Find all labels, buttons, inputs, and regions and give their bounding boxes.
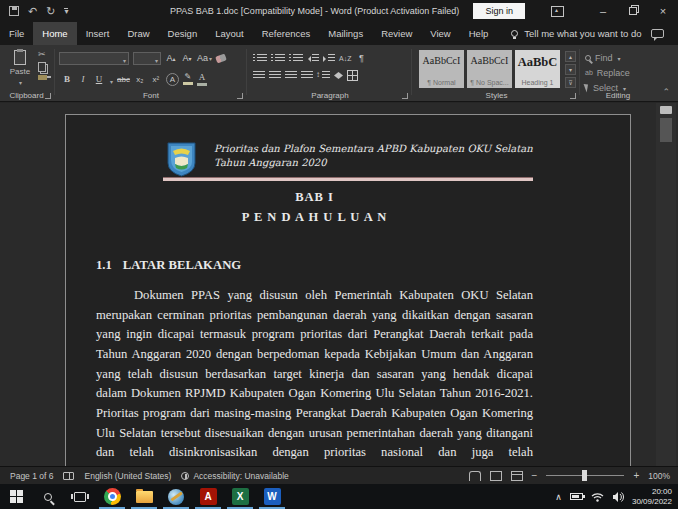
restore-button[interactable] [618, 0, 648, 22]
zoom-level[interactable]: 100% [648, 471, 670, 481]
sort-button[interactable]: A↓Z [339, 55, 351, 62]
increase-indent-button[interactable] [323, 54, 335, 63]
zoom-slider[interactable] [546, 475, 624, 476]
taskbar-acrobat[interactable] [192, 484, 224, 509]
tab-mailings[interactable]: Mailings [319, 22, 372, 45]
tab-view[interactable]: View [421, 22, 459, 45]
format-painter-button[interactable] [38, 75, 47, 80]
zoom-in-button[interactable]: + [633, 470, 639, 481]
tab-file[interactable]: File [0, 22, 33, 45]
zoom-slider-thumb[interactable] [582, 470, 587, 481]
align-center-button[interactable] [269, 71, 281, 80]
taskbar-search-button[interactable] [32, 484, 64, 509]
save-icon[interactable] [9, 6, 19, 16]
web-layout-button[interactable] [511, 471, 523, 481]
customize-quick-access-icon[interactable]: ▾ [64, 8, 68, 15]
font-name-combobox[interactable] [59, 52, 129, 65]
cut-button[interactable]: ✂ [38, 49, 47, 59]
language-indicator[interactable]: English (United States) [84, 471, 171, 481]
font-size-combobox[interactable] [133, 52, 161, 65]
ribbon-display-options-icon[interactable] [551, 6, 564, 17]
task-view-button[interactable] [64, 484, 96, 509]
body-paragraph[interactable]: Dokumen PPAS yang disusun oleh Pemerinta… [96, 286, 533, 466]
wifi-icon[interactable] [591, 492, 604, 502]
styles-dialog-launcher-icon[interactable] [570, 93, 576, 99]
style-heading-1[interactable]: AaBbC Heading 1 [515, 50, 560, 88]
style-normal[interactable]: AaBbCcI ¶ Normal [419, 50, 464, 88]
styles-more-icon[interactable]: ⊽ [565, 77, 576, 88]
comments-icon[interactable] [651, 29, 664, 38]
style-no-spacing[interactable]: AaBbCcI ¶ No Spac... [467, 50, 512, 88]
grow-font-button[interactable]: A▴ [165, 51, 177, 65]
tab-layout[interactable]: Layout [206, 22, 253, 45]
tab-home[interactable]: Home [33, 22, 76, 45]
subscript-button[interactable]: x₂ [134, 72, 146, 86]
start-button[interactable] [0, 484, 32, 509]
strikethrough-button[interactable]: abc [117, 72, 130, 86]
vertical-scrollbar[interactable] [656, 103, 676, 466]
scrollbar-thumb[interactable] [660, 118, 672, 142]
styles-scroll-down-icon[interactable]: ▾ [565, 64, 576, 75]
redo-icon[interactable]: ↻ [46, 6, 55, 17]
page-indicator[interactable]: Page 1 of 6 [10, 471, 53, 481]
close-button[interactable]: × [648, 0, 678, 22]
borders-button[interactable] [347, 70, 358, 81]
tab-references[interactable]: References [253, 22, 320, 45]
collapse-ribbon-icon[interactable]: ⌃ [662, 87, 670, 97]
italic-button[interactable]: I [77, 72, 89, 86]
superscript-button[interactable]: x² [150, 72, 162, 86]
paragraph-dialog-launcher-icon[interactable] [402, 93, 408, 99]
tab-review[interactable]: Review [372, 22, 421, 45]
ruler-toggle-icon[interactable] [660, 106, 672, 114]
justify-button[interactable] [301, 71, 313, 80]
document-page[interactable]: Prioritas dan Plafon Sementara APBD Kabu… [65, 114, 631, 466]
clipboard-dialog-launcher-icon[interactable] [45, 93, 51, 99]
undo-icon[interactable]: ↶ [28, 6, 37, 17]
styles-scroll-up-icon[interactable]: ▴ [565, 51, 576, 62]
copy-button[interactable] [38, 62, 46, 72]
shrink-font-button[interactable]: A▾ [181, 51, 193, 65]
speaker-icon[interactable] [612, 492, 624, 502]
find-button[interactable]: Find [585, 50, 621, 65]
align-right-button[interactable] [285, 71, 297, 80]
show-paragraph-marks-button[interactable]: ¶ [355, 51, 367, 65]
text-highlight-button[interactable]: ✎ [183, 73, 193, 85]
minimize-button[interactable]: – [588, 0, 618, 22]
taskbar-excel[interactable] [224, 484, 256, 509]
text-effects-button[interactable]: A [166, 73, 179, 86]
change-case-button[interactable]: Aa [197, 51, 212, 65]
taskbar-word[interactable] [256, 484, 288, 509]
paste-button[interactable]: Paste [5, 50, 35, 94]
accessibility-indicator[interactable]: Accessibility: Unavailable [181, 471, 288, 481]
tab-insert[interactable]: Insert [77, 22, 119, 45]
clear-formatting-button[interactable] [215, 53, 227, 63]
tell-me-box[interactable]: Tell me what you want to do [511, 28, 641, 39]
bullets-button[interactable] [253, 54, 267, 63]
tab-design[interactable]: Design [159, 22, 207, 45]
shading-button[interactable] [334, 72, 343, 79]
clock[interactable]: 20:00 30/09/2022 [632, 487, 672, 507]
taskbar-chrome[interactable] [96, 484, 128, 509]
align-left-button[interactable] [253, 71, 265, 80]
print-layout-button[interactable] [490, 471, 502, 481]
replace-button[interactable]: ab Replace [585, 65, 630, 80]
numbering-button[interactable] [271, 54, 285, 63]
underline-caret-icon[interactable] [109, 70, 113, 88]
underline-button[interactable]: U [93, 72, 105, 86]
multilevel-list-button[interactable] [289, 54, 303, 63]
battery-icon[interactable] [570, 493, 583, 500]
proofing-status-icon[interactable] [63, 472, 74, 480]
sign-in-button[interactable]: Sign in [473, 3, 525, 19]
font-color-button[interactable]: A [197, 73, 207, 86]
read-mode-button[interactable] [469, 471, 481, 481]
tab-draw[interactable]: Draw [118, 22, 158, 45]
bold-button[interactable]: B [61, 72, 73, 86]
line-spacing-button[interactable] [317, 71, 330, 80]
taskbar-photo-app[interactable] [160, 484, 192, 509]
tab-help[interactable]: Help [460, 22, 498, 45]
taskbar-file-explorer[interactable] [128, 484, 160, 509]
zoom-out-button[interactable]: − [532, 470, 538, 481]
tray-expand-icon[interactable]: ∧ [555, 492, 562, 502]
decrease-indent-button[interactable] [307, 54, 319, 63]
font-dialog-launcher-icon[interactable] [237, 93, 243, 99]
